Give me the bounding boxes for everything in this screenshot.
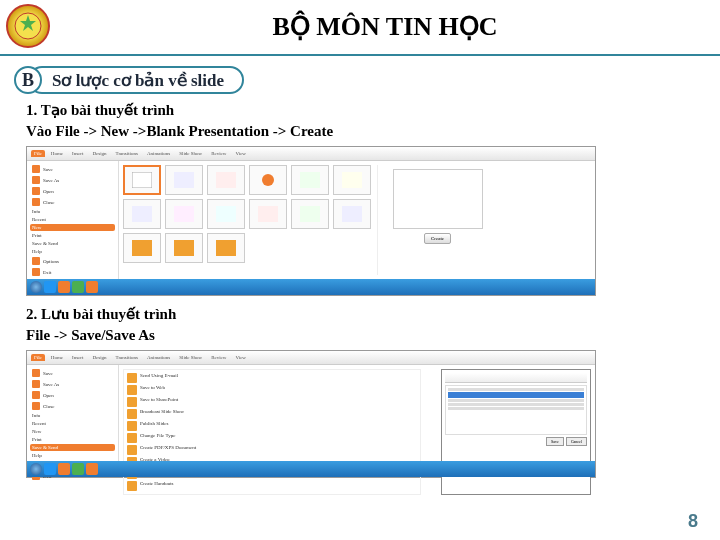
step-2-path: File -> Save/Save As (26, 325, 720, 346)
sidebar-new: New (30, 224, 115, 231)
backstage-sidebar: Save Save As Open Close Info Recent New … (27, 161, 119, 279)
step-1-path: Vào File -> New ->Blank Presentation -> … (26, 121, 720, 142)
svg-rect-14 (174, 240, 194, 256)
ribbon-tabs: File Home Insert Design Transitions Anim… (27, 147, 595, 161)
svg-rect-2 (174, 172, 194, 188)
svg-rect-9 (216, 206, 236, 222)
template-grid (123, 165, 371, 275)
svg-point-4 (262, 174, 274, 186)
tab-file: File (31, 150, 45, 157)
dialog-cancel-button: Cancel (566, 437, 587, 446)
screenshot-save-as: File Home Insert Design Transitions Anim… (26, 350, 596, 478)
header: BỘ MÔN TIN HỌC (0, 0, 720, 52)
svg-rect-1 (132, 172, 152, 188)
step-1: 1. Tạo bài thuyết trình Vào File -> New … (26, 100, 720, 142)
page-title: BỘ MÔN TIN HỌC (272, 11, 497, 42)
step-2: 2. Lưu bài thuyết trình File -> Save/Sav… (26, 304, 720, 346)
svg-rect-7 (132, 206, 152, 222)
screenshot-new-presentation: File Home Insert Design Transitions Anim… (26, 146, 596, 296)
preview-pane: Create (377, 165, 497, 275)
svg-rect-11 (300, 206, 320, 222)
svg-rect-3 (216, 172, 236, 188)
ribbon-tabs-2: File Home Insert Design Transitions Anim… (27, 351, 595, 365)
preview-thumbnail (393, 169, 483, 229)
svg-rect-12 (342, 206, 362, 222)
step-1-heading: 1. Tạo bài thuyết trình (26, 100, 720, 121)
page-number: 8 (688, 511, 698, 532)
sidebar-save-send: Save & Send (30, 444, 115, 451)
header-divider (0, 54, 720, 56)
svg-rect-15 (216, 240, 236, 256)
svg-rect-8 (174, 206, 194, 222)
svg-rect-5 (300, 172, 320, 188)
create-button: Create (424, 233, 451, 244)
backstage-sidebar-2: Save Save As Open Close Info Recent New … (27, 365, 119, 461)
start-button-icon (30, 281, 42, 293)
school-logo (6, 4, 50, 48)
section-badge: B (14, 66, 42, 94)
section-title: Sơ lược cơ bản về slide (28, 66, 244, 94)
dialog-save-button: Save (546, 437, 564, 446)
svg-rect-10 (258, 206, 278, 222)
step-2-heading: 2. Lưu bài thuyết trình (26, 304, 720, 325)
svg-rect-13 (132, 240, 152, 256)
taskbar-2 (27, 461, 595, 477)
section-header: B Sơ lược cơ bản về slide (14, 66, 720, 94)
blank-presentation-template (123, 165, 161, 195)
selected-file-row (448, 392, 584, 398)
start-button-icon (30, 463, 42, 475)
svg-rect-6 (342, 172, 362, 188)
taskbar (27, 279, 595, 295)
